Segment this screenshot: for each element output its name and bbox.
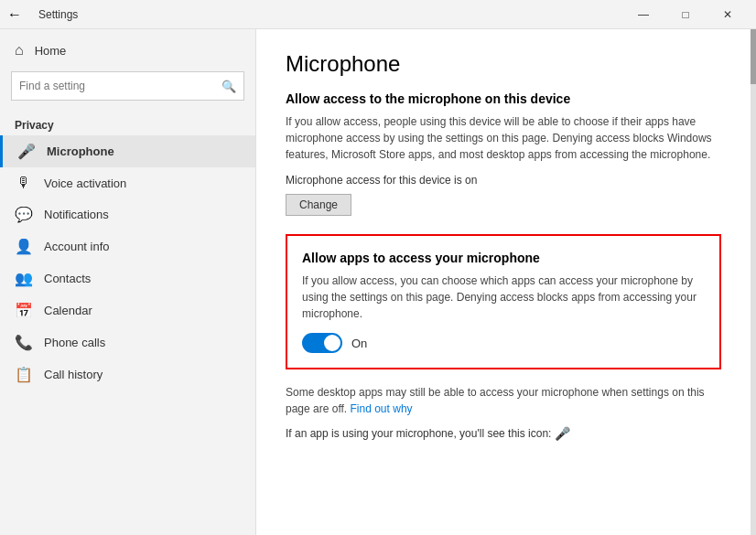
phone-calls-icon: 📞 — [15, 334, 33, 351]
main-layout: ⌂ Home 🔍 Privacy 🎤 Microphone 🎙 Voice ac… — [0, 29, 756, 535]
app-access-toggle[interactable] — [302, 333, 342, 353]
icon-note-text: If an app is using your microphone, you'… — [286, 427, 551, 440]
scroll-thumb — [751, 29, 756, 84]
microphone-indicator-icon: 🎤 — [555, 426, 570, 441]
find-out-why-link[interactable]: Find out why — [351, 402, 413, 415]
app-access-heading: Allow apps to access your microphone — [302, 251, 705, 265]
sidebar-item-microphone[interactable]: 🎤 Microphone — [0, 135, 255, 167]
device-access-heading: Allow access to the microphone on this d… — [286, 91, 721, 106]
sidebar-item-home[interactable]: ⌂ Home — [0, 37, 255, 64]
sidebar-item-phone-calls[interactable]: 📞 Phone calls — [0, 326, 255, 358]
sidebar-item-label: Call history — [44, 368, 103, 381]
sidebar: ⌂ Home 🔍 Privacy 🎤 Microphone 🎙 Voice ac… — [0, 29, 256, 535]
home-icon: ⌂ — [15, 42, 24, 59]
sidebar-item-call-history[interactable]: 📋 Call history — [0, 358, 255, 391]
icon-note: If an app is using your microphone, you'… — [286, 426, 721, 441]
app-access-box: Allow apps to access your microphone If … — [286, 234, 721, 369]
sidebar-item-contacts[interactable]: 👥 Contacts — [0, 262, 255, 294]
search-box: 🔍 — [11, 71, 244, 101]
toggle-knob — [324, 335, 340, 351]
sidebar-item-label: Calendar — [44, 304, 92, 317]
window-controls: — □ ✕ — [622, 0, 749, 29]
sidebar-item-label: Voice activation — [44, 177, 126, 190]
close-button[interactable]: ✕ — [707, 0, 749, 29]
sidebar-item-notifications[interactable]: 💬 Notifications — [0, 198, 255, 230]
content-area: Microphone Allow access to the microphon… — [256, 29, 751, 535]
calendar-icon: 📅 — [15, 302, 33, 319]
toggle-label: On — [351, 337, 367, 350]
sidebar-item-account-info[interactable]: 👤 Account info — [0, 230, 255, 262]
account-info-icon: 👤 — [15, 238, 33, 255]
sidebar-home-label: Home — [35, 44, 67, 58]
device-access-description: If you allow access, people using this d… — [286, 113, 721, 163]
sidebar-section-label: Privacy — [0, 108, 255, 135]
device-access-section: Allow access to the microphone on this d… — [286, 91, 721, 234]
desktop-note: Some desktop apps may still be able to a… — [286, 384, 721, 417]
back-button[interactable]: ← — [7, 6, 22, 23]
page-title: Microphone — [286, 51, 721, 77]
sidebar-item-calendar[interactable]: 📅 Calendar — [0, 294, 255, 326]
app-access-description: If you allow access, you can choose whic… — [302, 273, 705, 322]
titlebar-title: Settings — [38, 8, 78, 21]
device-access-status: Microphone access for this device is on — [286, 174, 721, 187]
app-access-toggle-row: On — [302, 333, 705, 353]
sidebar-item-label: Contacts — [44, 272, 91, 285]
sidebar-item-label: Microphone — [47, 144, 114, 158]
search-input[interactable] — [19, 80, 221, 92]
microphone-icon: 🎤 — [17, 143, 36, 160]
voice-activation-icon: 🎙 — [15, 175, 33, 191]
titlebar: ← Settings — □ ✕ — [0, 0, 756, 29]
call-history-icon: 📋 — [15, 366, 33, 383]
desktop-note-text: Some desktop apps may still be able to a… — [286, 386, 705, 415]
scrollbar[interactable] — [751, 29, 756, 535]
notifications-icon: 💬 — [15, 206, 33, 223]
sidebar-item-label: Phone calls — [44, 336, 105, 349]
change-button[interactable]: Change — [286, 194, 351, 216]
maximize-button[interactable]: □ — [664, 0, 707, 29]
minimize-button[interactable]: — — [622, 0, 664, 29]
contacts-icon: 👥 — [15, 270, 33, 287]
sidebar-item-label: Account info — [44, 240, 110, 253]
sidebar-item-voice-activation[interactable]: 🎙 Voice activation — [0, 167, 255, 198]
sidebar-item-label: Notifications — [44, 208, 109, 221]
search-icon: 🔍 — [221, 80, 236, 93]
